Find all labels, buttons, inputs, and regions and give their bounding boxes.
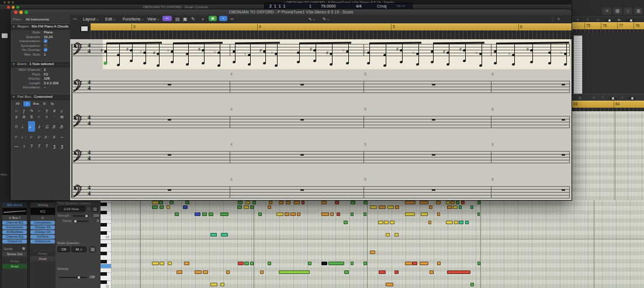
- midi-note[interactable]: [420, 262, 428, 265]
- midi-note[interactable]: [238, 201, 243, 204]
- midi-note[interactable]: [279, 201, 283, 204]
- parameter-value[interactable]: 108: [44, 77, 50, 80]
- midi-note[interactable]: [297, 212, 300, 216]
- midi-note[interactable]: [386, 283, 393, 286]
- black-key[interactable]: [101, 211, 107, 214]
- black-key[interactable]: [101, 260, 107, 263]
- pencil-mode-icon[interactable]: ✎: [191, 15, 195, 23]
- parameter-checkbox[interactable]: ✓: [44, 48, 47, 52]
- plugin-slot[interactable]: iZotope Oz: [30, 225, 55, 229]
- midi-note[interactable]: [363, 212, 366, 216]
- catch-icon[interactable]: ↪: [73, 15, 77, 23]
- midi-note[interactable]: [285, 212, 289, 216]
- score-minimize-button[interactable]: [19, 11, 23, 14]
- lcd-time-signature[interactable]: 4/4: [356, 4, 362, 8]
- partbox-duration[interactable]: ♬·: [43, 133, 50, 141]
- velocity-knob[interactable]: [78, 276, 80, 279]
- view-toggle-icon[interactable]: ▨: [613, 8, 622, 15]
- midi-note[interactable]: [461, 201, 465, 204]
- midi-note[interactable]: [454, 221, 458, 224]
- setting-button[interactable]: Setting: [30, 203, 55, 207]
- lcd-position[interactable]: 2 1 1 1: [269, 4, 286, 8]
- parameter-value[interactable]: 16,24: [44, 35, 53, 39]
- parameter-checkbox[interactable]: ✓: [44, 39, 47, 43]
- menu-view[interactable]: View ∨: [147, 15, 160, 23]
- midi-note[interactable]: [244, 262, 249, 265]
- midi-note[interactable]: [195, 212, 200, 216]
- partbox-symbol[interactable]: ~: [36, 108, 43, 114]
- midi-note[interactable]: [276, 212, 283, 216]
- partbox-duration[interactable]: ♬: [51, 133, 58, 141]
- pianoroll-note-grid[interactable]: [111, 200, 644, 288]
- parameter-value[interactable]: F2: [44, 73, 48, 76]
- output-button[interactable]: Stereo Out: [2, 252, 27, 256]
- midi-note[interactable]: [437, 262, 441, 265]
- cycle-mode-icon[interactable]: ◑: [201, 15, 204, 23]
- midi-note[interactable]: [363, 262, 367, 265]
- plugin-slot[interactable]: AUMultiban: [2, 230, 27, 234]
- partbox-duration[interactable]: ♩·: [20, 133, 27, 141]
- midi-note[interactable]: [370, 205, 377, 209]
- plugin-slot[interactable]: Channel EQ: [2, 235, 27, 239]
- view-toggle-icon[interactable]: ▥: [634, 8, 643, 15]
- partbox-duration[interactable]: ♪·: [28, 133, 35, 141]
- strength-knob[interactable]: [85, 215, 88, 217]
- partbox-tab[interactable]: 9:: [41, 101, 48, 107]
- midi-note[interactable]: [470, 283, 474, 286]
- midi-note[interactable]: [430, 270, 434, 274]
- black-key[interactable]: [101, 223, 107, 227]
- midi-note[interactable]: [370, 251, 375, 254]
- black-key[interactable]: [101, 244, 107, 247]
- lcd-key-signature[interactable]: Cmaj: [377, 4, 386, 8]
- list-editors-icon[interactable]: ≡: [558, 15, 560, 23]
- disclosure-triangle[interactable]: ▼: [12, 95, 15, 98]
- scale-apply-button[interactable]: Q: [89, 246, 96, 252]
- midi-note[interactable]: [386, 233, 390, 236]
- black-key[interactable]: [101, 272, 107, 276]
- midi-note[interactable]: [152, 201, 159, 204]
- midi-note[interactable]: [351, 212, 354, 216]
- lcd-tempo[interactable]: 79.0000: [321, 4, 335, 8]
- midi-note[interactable]: [252, 201, 256, 204]
- view-toggle-icon[interactable]: ○: [624, 8, 632, 15]
- pr-v-zoom-slider[interactable]: [609, 98, 617, 99]
- filter-value[interactable]: All Instruments: [26, 18, 49, 21]
- midi-note-selected[interactable]: [321, 262, 327, 265]
- midi-note[interactable]: [260, 270, 264, 274]
- midi-note[interactable]: [152, 262, 159, 265]
- filter-row[interactable]: Filter: All Instruments: [11, 16, 70, 23]
- pointer-tool-select[interactable]: ↖ ∨: [309, 15, 315, 23]
- view-toggle-icon[interactable]: ≡: [603, 8, 611, 15]
- eq-thumbnail[interactable]: [2, 208, 27, 215]
- midi-note[interactable]: [387, 205, 394, 209]
- plugin-slot[interactable]: Oxford Inf: [2, 239, 27, 244]
- autoscroll-button[interactable]: +: [219, 16, 227, 21]
- automation-mode-button[interactable]: Read: [30, 256, 55, 261]
- plugin-slot[interactable]: Oxford Lim: [30, 239, 55, 244]
- partbox-symbol[interactable]: S: [28, 114, 35, 119]
- smart-close-button[interactable]: [7, 6, 10, 9]
- swing-knob[interactable]: [74, 220, 77, 222]
- partbox-duration[interactable]: —: [13, 142, 20, 150]
- midi-note[interactable]: [330, 212, 334, 216]
- midi-note[interactable]: [379, 205, 386, 209]
- pr-h-zoom-knob[interactable]: [631, 97, 633, 100]
- group-button[interactable]: Group: [2, 259, 27, 263]
- midi-note[interactable]: [169, 201, 174, 204]
- score-close-button[interactable]: [14, 11, 18, 14]
- partbox-symbol[interactable]: ·: [51, 114, 58, 119]
- h-zoom-knob[interactable]: [630, 19, 632, 22]
- piano-keyboard[interactable]: C3C2: [101, 200, 112, 288]
- midi-note[interactable]: [269, 201, 272, 204]
- partbox-section-header[interactable]: ▼ Part Box: Customized: [11, 94, 70, 100]
- black-key[interactable]: [101, 231, 107, 235]
- midi-note[interactable]: [258, 212, 262, 216]
- partbox-symbol[interactable]: ‼: [43, 108, 50, 114]
- parameter-value[interactable]: 2: [44, 68, 46, 71]
- midi-note[interactable]: [344, 221, 348, 224]
- midi-note[interactable]: [335, 201, 339, 204]
- midi-note[interactable]: [420, 201, 428, 204]
- score-canvas[interactable]: 4444456444564445644456♯♯♭♯♭♯♭♭♯♭♯♯♭♭♯♭♯♯…: [70, 39, 572, 200]
- score-zoom-button[interactable]: [25, 11, 28, 14]
- partbox-duration[interactable]: ʒ: [51, 142, 58, 150]
